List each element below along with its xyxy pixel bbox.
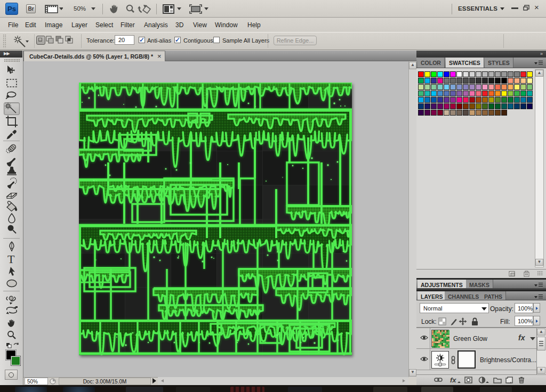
svg-text:fx: fx [450,376,456,384]
svg-text:T: T [7,252,15,266]
